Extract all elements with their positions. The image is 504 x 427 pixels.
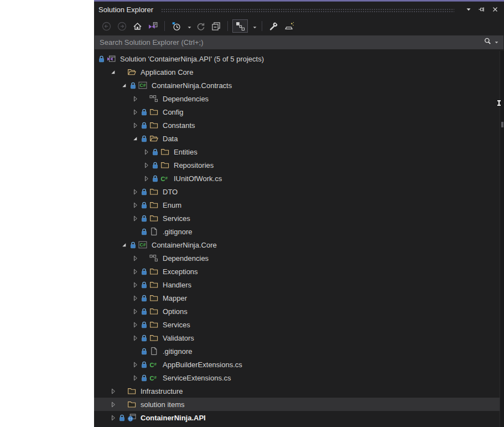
tree-row[interactable]: AppBuilderExtensions.cs bbox=[94, 358, 500, 371]
arrow-collapsed-icon[interactable] bbox=[131, 334, 139, 342]
arrow-collapsed-icon[interactable] bbox=[131, 201, 139, 209]
preview-selected-items-button[interactable] bbox=[282, 19, 295, 33]
lock-slot bbox=[140, 214, 148, 223]
folder-closed-icon bbox=[127, 387, 136, 395]
tree-item-label: Data bbox=[162, 135, 178, 143]
arrow-collapsed-icon[interactable] bbox=[131, 95, 139, 103]
tree-row[interactable]: Infrastructure bbox=[94, 384, 500, 398]
tree-item-label: AppBuilderExtensions.cs bbox=[162, 361, 242, 369]
item-icon-slot bbox=[148, 200, 159, 209]
home-button[interactable] bbox=[131, 19, 144, 33]
titlebar-drag-grip[interactable] bbox=[161, 8, 454, 13]
tree-row[interactable]: Data bbox=[94, 132, 500, 145]
tool-window-titlebar[interactable]: Solution Explorer bbox=[94, 2, 504, 17]
search-input[interactable] bbox=[95, 35, 503, 49]
tree-row[interactable]: Mapper bbox=[94, 291, 500, 305]
tree-row[interactable]: Constants bbox=[94, 119, 500, 132]
collapse-all-button[interactable] bbox=[209, 19, 222, 33]
lock-icon bbox=[97, 55, 106, 63]
tree-row[interactable]: ContainerNinja.Contracts bbox=[94, 79, 500, 92]
arrow-collapsed-icon[interactable] bbox=[109, 387, 117, 395]
tree-row[interactable]: Dependencies bbox=[94, 92, 500, 105]
auto-hide-pin-button[interactable] bbox=[476, 4, 487, 15]
tree-row[interactable]: ServiceExtensions.cs bbox=[94, 371, 500, 384]
tree-row[interactable]: Config bbox=[94, 105, 500, 119]
tree-row[interactable]: Application Core bbox=[94, 65, 500, 79]
caret-down-icon[interactable] bbox=[252, 24, 258, 30]
sync-document-icon bbox=[236, 22, 245, 31]
tree-row[interactable]: Solution 'ContainerNinja.API' (5 of 5 pr… bbox=[94, 52, 500, 65]
arrow-collapsed-icon[interactable] bbox=[131, 281, 139, 289]
lock-slot bbox=[140, 134, 148, 143]
arrow-collapsed-icon[interactable] bbox=[131, 267, 139, 276]
switch-views-icon bbox=[148, 22, 158, 31]
tree-row[interactable]: Enum bbox=[94, 198, 500, 212]
tree-item-label: Enum bbox=[162, 201, 181, 209]
arrow-collapsed-icon[interactable] bbox=[131, 307, 139, 316]
refresh-button[interactable] bbox=[194, 19, 207, 33]
arrow-collapsed-icon[interactable] bbox=[131, 294, 139, 302]
arrow-collapsed-icon[interactable] bbox=[109, 400, 117, 409]
tree-row[interactable]: .gitignore bbox=[94, 225, 500, 238]
tree-row[interactable]: Validators bbox=[94, 331, 500, 344]
arrow-collapsed-icon[interactable] bbox=[131, 374, 139, 382]
tree-item-label: Constants bbox=[162, 121, 195, 130]
lock-slot bbox=[140, 267, 148, 276]
properties-button[interactable] bbox=[267, 19, 280, 33]
tree-row[interactable]: Dependencies bbox=[94, 251, 500, 265]
arrow-collapsed-icon[interactable] bbox=[131, 188, 139, 196]
forward-button[interactable] bbox=[115, 19, 128, 33]
tree-row[interactable]: Entities bbox=[94, 145, 500, 158]
back-button[interactable] bbox=[100, 19, 113, 33]
arrow-expanded-icon[interactable] bbox=[120, 241, 128, 249]
lock-slot bbox=[151, 161, 159, 169]
caret-down-icon[interactable] bbox=[186, 24, 193, 30]
tree-row[interactable]: Repositories bbox=[94, 158, 500, 172]
tree-row[interactable]: Services bbox=[94, 212, 500, 225]
arrow-collapsed-icon[interactable] bbox=[131, 214, 139, 223]
wrench-icon bbox=[269, 22, 278, 31]
arrow-collapsed-icon[interactable] bbox=[131, 121, 139, 130]
lock-icon bbox=[140, 228, 148, 236]
lock-slot bbox=[151, 147, 159, 156]
tree-item-label: IUnitOfWork.cs bbox=[173, 174, 222, 183]
tree-row[interactable]: Services bbox=[94, 318, 500, 331]
tree-row[interactable]: Options bbox=[94, 305, 500, 318]
caret-down-icon[interactable] bbox=[493, 39, 500, 45]
arrow-collapsed-icon[interactable] bbox=[131, 108, 139, 116]
toolbar-separator bbox=[227, 21, 228, 31]
arrow-expanded-icon[interactable] bbox=[131, 135, 139, 143]
tree-row[interactable]: .gitignore bbox=[94, 344, 500, 358]
lock-slot bbox=[129, 81, 137, 90]
tree-row[interactable]: solution items bbox=[94, 398, 500, 411]
item-icon-slot bbox=[126, 387, 137, 395]
lock-slot bbox=[97, 54, 106, 63]
arrow-collapsed-icon[interactable] bbox=[131, 361, 139, 369]
arrow-collapsed-icon[interactable] bbox=[109, 414, 117, 422]
arrow-collapsed-icon[interactable] bbox=[131, 254, 139, 263]
vertical-scrollbar[interactable] bbox=[500, 51, 504, 427]
arrow-collapsed-icon[interactable] bbox=[142, 161, 150, 169]
item-icon-slot bbox=[148, 121, 159, 130]
tree-row[interactable]: DTO bbox=[94, 185, 500, 198]
tree-row[interactable]: IUnitOfWork.cs bbox=[94, 172, 500, 185]
arrow-collapsed-icon[interactable] bbox=[142, 174, 150, 183]
switch-views-button[interactable] bbox=[146, 19, 159, 33]
lock-slot bbox=[140, 347, 148, 356]
tree-row[interactable]: ContainerNinja.API bbox=[94, 411, 500, 424]
window-position-button[interactable] bbox=[463, 4, 474, 15]
arrow-expanded-icon[interactable] bbox=[120, 81, 128, 90]
tree-row[interactable]: ContainerNinja.Core bbox=[94, 238, 500, 251]
pending-changes-filter-button[interactable] bbox=[169, 19, 183, 33]
arrow-collapsed-icon[interactable] bbox=[131, 321, 139, 329]
search-icon[interactable] bbox=[484, 37, 492, 45]
lock-icon bbox=[140, 214, 148, 223]
expand-arrow-slot bbox=[131, 200, 140, 209]
tree-row[interactable]: Handlers bbox=[94, 278, 500, 291]
tree-row[interactable]: Exceptions bbox=[94, 265, 500, 278]
sync-with-active-document-button[interactable] bbox=[232, 19, 248, 33]
arrow-collapsed-icon[interactable] bbox=[142, 148, 150, 156]
close-button[interactable] bbox=[490, 4, 501, 15]
arrow-expanded-icon[interactable] bbox=[109, 68, 117, 76]
scrollbar-thumb[interactable] bbox=[501, 122, 503, 127]
